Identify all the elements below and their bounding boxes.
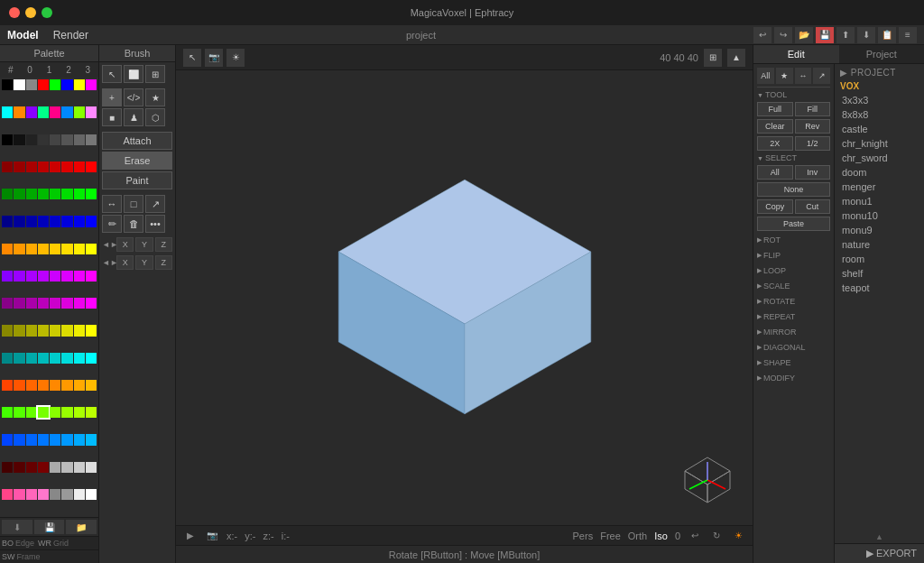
color-cell-50[interactable] bbox=[26, 244, 37, 254]
color-cell-114[interactable] bbox=[26, 462, 37, 473]
menu-model[interactable]: Model bbox=[7, 29, 39, 42]
color-cell-9[interactable] bbox=[14, 106, 24, 117]
clear-btn[interactable]: Clear bbox=[757, 119, 793, 134]
color-cell-75[interactable] bbox=[38, 325, 49, 336]
color-cell-8[interactable] bbox=[2, 106, 13, 117]
toolbar-menu[interactable]: ≡ bbox=[899, 27, 917, 43]
color-cell-127[interactable] bbox=[86, 489, 97, 500]
attach-btn[interactable]: Attach bbox=[102, 132, 172, 150]
erase-btn[interactable]: Erase bbox=[102, 152, 172, 170]
color-cell-13[interactable] bbox=[61, 106, 72, 117]
color-cell-4[interactable] bbox=[50, 79, 60, 90]
color-cell-43[interactable] bbox=[38, 216, 49, 226]
color-cell-53[interactable] bbox=[61, 244, 72, 254]
vp-cursor-btn[interactable]: ↖ bbox=[183, 49, 201, 67]
project-item-nature[interactable]: nature bbox=[835, 237, 924, 252]
color-cell-36[interactable] bbox=[50, 189, 60, 199]
project-item-menger[interactable]: menger bbox=[835, 180, 924, 194]
project-item-room[interactable]: room bbox=[835, 252, 924, 266]
color-cell-33[interactable] bbox=[14, 189, 24, 199]
3d-viewport[interactable] bbox=[176, 70, 753, 525]
color-cell-55[interactable] bbox=[86, 244, 97, 254]
color-cell-38[interactable] bbox=[74, 189, 85, 199]
color-cell-40[interactable] bbox=[2, 216, 13, 226]
palette-folder-btn[interactable]: 📁 bbox=[66, 520, 97, 534]
color-cell-115[interactable] bbox=[38, 462, 49, 473]
rotate-section[interactable]: ROTATE bbox=[757, 295, 830, 308]
color-cell-46[interactable] bbox=[74, 216, 85, 226]
fill-btn[interactable]: Fill bbox=[795, 102, 831, 116]
paste-btn[interactable]: Paste bbox=[757, 217, 830, 231]
mirror-section[interactable]: MIRROR bbox=[757, 326, 830, 338]
color-cell-37[interactable] bbox=[61, 189, 72, 199]
camera-icon[interactable]: 📷 bbox=[205, 529, 219, 543]
project-item-monu9[interactable]: monu9 bbox=[835, 223, 924, 237]
color-cell-113[interactable] bbox=[14, 462, 24, 473]
color-cell-76[interactable] bbox=[50, 325, 60, 336]
color-cell-5[interactable] bbox=[61, 79, 72, 90]
copy-btn[interactable]: Copy bbox=[757, 199, 793, 214]
color-cell-94[interactable] bbox=[74, 380, 85, 391]
toolbar-redo[interactable]: ↪ bbox=[774, 27, 792, 43]
cut-btn[interactable]: Cut bbox=[795, 199, 831, 214]
color-cell-74[interactable] bbox=[26, 325, 37, 336]
navigation-cube[interactable] bbox=[680, 453, 735, 507]
close-button[interactable] bbox=[9, 7, 20, 18]
minimize-button[interactable] bbox=[25, 7, 36, 18]
y-axis-1[interactable]: Y bbox=[135, 237, 152, 252]
y-axis-2[interactable]: Y bbox=[135, 255, 152, 270]
color-cell-118[interactable] bbox=[74, 462, 85, 473]
edit-all-btn[interactable]: All bbox=[757, 68, 774, 84]
project-item-monu10[interactable]: monu10 bbox=[835, 208, 924, 223]
move-btn[interactable]: ↔ bbox=[102, 195, 122, 213]
vp-cam-btn[interactable]: 📷 bbox=[205, 49, 223, 67]
z-axis-1[interactable]: Z bbox=[155, 237, 172, 252]
color-cell-25[interactable] bbox=[14, 162, 24, 172]
maximize-button[interactable] bbox=[42, 7, 52, 18]
brush-hex-btn[interactable]: ⬡ bbox=[145, 108, 165, 126]
color-cell-124[interactable] bbox=[50, 489, 60, 500]
palette-tab-2[interactable]: 2 bbox=[60, 64, 77, 76]
vp-up-btn[interactable]: ▲ bbox=[727, 49, 745, 67]
color-cell-111[interactable] bbox=[86, 434, 97, 445]
color-cell-70[interactable] bbox=[74, 298, 85, 309]
color-cell-32[interactable] bbox=[2, 189, 13, 199]
rev-btn[interactable]: Rev bbox=[795, 119, 831, 134]
color-cell-92[interactable] bbox=[50, 380, 60, 391]
color-cell-62[interactable] bbox=[74, 271, 85, 282]
rotate-icon[interactable]: ↻ bbox=[709, 529, 724, 543]
color-cell-107[interactable] bbox=[38, 434, 49, 445]
palette-load-btn[interactable]: ⬇ bbox=[2, 520, 32, 534]
color-cell-84[interactable] bbox=[50, 353, 60, 364]
vox-label[interactable]: VOX bbox=[835, 79, 924, 93]
full-btn[interactable]: Full bbox=[757, 102, 793, 116]
project-item-8x8x8[interactable]: 8x8x8 bbox=[835, 107, 924, 122]
color-cell-88[interactable] bbox=[2, 380, 13, 391]
project-item-shelf[interactable]: shelf bbox=[835, 266, 924, 281]
color-cell-89[interactable] bbox=[14, 380, 24, 391]
z-axis-2[interactable]: Z bbox=[155, 255, 172, 270]
color-cell-30[interactable] bbox=[74, 162, 85, 172]
color-cell-125[interactable] bbox=[61, 489, 72, 500]
color-cell-78[interactable] bbox=[74, 325, 85, 336]
project-item-teapot[interactable]: teapot bbox=[835, 281, 924, 295]
shape-section[interactable]: SHAPE bbox=[757, 356, 830, 369]
color-cell-110[interactable] bbox=[74, 434, 85, 445]
color-cell-101[interactable] bbox=[61, 407, 72, 418]
color-cell-24[interactable] bbox=[2, 162, 13, 172]
color-cell-65[interactable] bbox=[14, 298, 24, 309]
palette-tab-1[interactable]: 1 bbox=[41, 64, 58, 76]
color-cell-90[interactable] bbox=[26, 380, 37, 391]
palette-tab-0[interactable]: 0 bbox=[21, 64, 38, 76]
color-cell-69[interactable] bbox=[61, 298, 72, 309]
color-cell-96[interactable] bbox=[2, 407, 13, 418]
color-cell-21[interactable] bbox=[61, 134, 72, 145]
color-cell-97[interactable] bbox=[14, 407, 24, 418]
color-cell-93[interactable] bbox=[61, 380, 72, 391]
color-cell-20[interactable] bbox=[50, 134, 60, 145]
color-cell-120[interactable] bbox=[2, 489, 13, 500]
color-cell-2[interactable] bbox=[26, 79, 37, 90]
color-cell-109[interactable] bbox=[61, 434, 72, 445]
color-cell-51[interactable] bbox=[38, 244, 49, 254]
color-cell-85[interactable] bbox=[61, 353, 72, 364]
